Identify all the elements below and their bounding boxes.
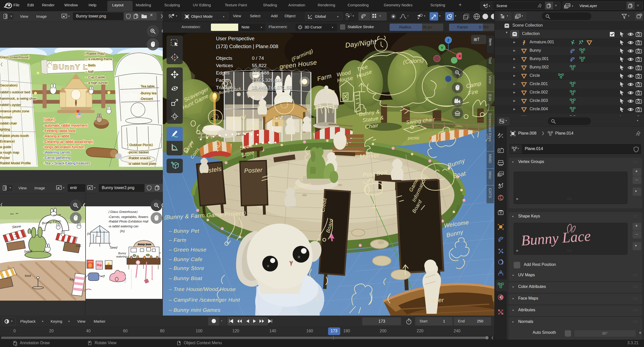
svg-text:Etc: Etc [70,278,74,281]
svg-text:– Bunny Store: – Bunny Store [169,265,204,271]
svg-text:-Raising a rabbit: -Raising a rabbit [44,134,69,138]
svg-text:⟨ Glass Greenhouse〉: ⟨ Glass Greenhouse〉 [108,210,138,214]
svg-text:-Rabbit snacks: -Rabbit snacks [128,156,151,160]
svg-text:-Cleaning up rabbit poop(tongs: -Cleaning up rabbit poop(tongs) [44,140,93,144]
svg-text:⟨ Rabbit Play〉: ⟨ Rabbit Play〉 [84,52,105,56]
svg-text:-automatic rabbit movement: -automatic rabbit movement [44,123,88,127]
svg-text:X: X [459,54,461,58]
svg-text:Poster: Poster [0,156,10,160]
svg-text:rabbit's outdoor bed: rabbit's outdoor bed [0,90,30,94]
svg-text:-Bunny tea: -Bunny tea [140,91,157,95]
svg-text:-Watering carrots: -Watering carrots [44,150,71,154]
svg-text:ighting: ighting [0,127,10,131]
svg-text:-Dessert: -Dessert [140,97,153,101]
svg-text:-Rabbit Photo Exhibition Hall: -Rabbit Photo Exhibition Hall [108,220,149,223]
svg-text:⟨ Outdoor Picnic〉: ⟨ Outdoor Picnic〉 [127,143,153,147]
svg-text:Entrance〉: Entrance〉 [0,139,15,143]
svg-text:rabbit's oyster: rabbit's oyster [0,103,21,107]
svg-text:– Green House: – Green House [169,247,207,252]
svg-text:– Bunny Boat: – Bunny Boat [169,275,203,281]
svg-text:– ball: – ball [85,70,93,74]
svg-text:Rabbit photo booth: Rabbit photo booth [0,134,29,138]
svg-text:Y: Y [441,46,443,50]
svg-text:Poster: Poster [244,166,263,174]
svg-text:a rough map: a rough map [0,151,19,154]
svg-text:fountain: fountain [0,115,12,119]
svg-text:– a vaulting frame: – a vaulting frame [85,57,112,61]
svg-text:Bunny 2one: Bunny 2one [138,243,151,246]
svg-text:picnic: picnic [408,136,419,140]
svg-text:– Tree House/Wood House: – Tree House/Wood House [169,286,236,292]
svg-text:-Tea + Snack Eating Features: -Tea + Snack Eating Features [44,161,90,165]
svg-text:-a rabbit food plate: -a rabbit food plate [128,162,156,166]
svg-text:-a rabbit watering can: -a rabbit watering can [108,225,138,228]
svg-text:– Bunny Pet: – Bunny Pet [169,228,199,234]
svg-text:Tea table: Tea table [141,84,155,88]
svg-text:tool: tool [25,274,31,278]
svg-text:Bed: Bed [205,130,217,138]
svg-text:Player: Player [427,297,444,303]
svg-text:CARROT: CARROT [87,261,94,263]
svg-text:-picnic basket: -picnic basket [128,150,149,154]
svg-text:-Carrots, vegetables, flowers: -Carrots, vegetables, flowers [108,215,148,219]
svg-text:Decoration〉: Decoration〉 [0,83,18,87]
svg-text:tea: tea [327,88,335,95]
svg-text:Rabbit Model Profile: Rabbit Model Profile [0,161,31,165]
svg-text:Doo: Doo [76,245,81,247]
svg-text:– Cup Castle: – Cup Castle [85,75,105,79]
svg-text:⟨Udon〉: ⟨Udon〉 [43,117,55,122]
svg-text:– CampFire /scavenger Hunt: – CampFire /scavenger Hunt [169,297,240,303]
svg-text:-Carrot gathering: -Carrot gathering [44,156,70,160]
svg-text:Glass Greenhouse〉: Glass Greenhouse〉 [0,55,30,59]
svg-text:BUnnY L: BUnnY L [53,63,88,71]
svg-text:-tongs decoration function: -tongs decoration function [44,145,84,149]
svg-text:Bunny: Bunny [118,252,126,255]
svg-text:– Bunny mini Games: – Bunny mini Games [169,307,220,313]
svg-text:– Farm: – Farm [169,237,187,243]
svg-text:– Bells: – Bells [85,63,96,67]
svg-text:Seed: Seed [110,246,117,249]
svg-text:-Feeding rabbit food: -Feeding rabbit food [44,129,75,133]
svg-text:(In): (In) [120,229,125,233]
svg-text:ntrance photo zone: ntrance photo zone [0,109,29,113]
svg-text:– a high tunnel: – a high tunnel [85,81,108,85]
svg-text:– Bunny Cafe: – Bunny Cafe [169,256,203,262]
svg-text:hammock, a swing chair: hammock, a swing chair [0,97,37,100]
svg-text:rabbit chair: rabbit chair [0,121,17,125]
svg-text:a guide: a guide [0,145,11,149]
svg-text:Z: Z [447,38,449,42]
